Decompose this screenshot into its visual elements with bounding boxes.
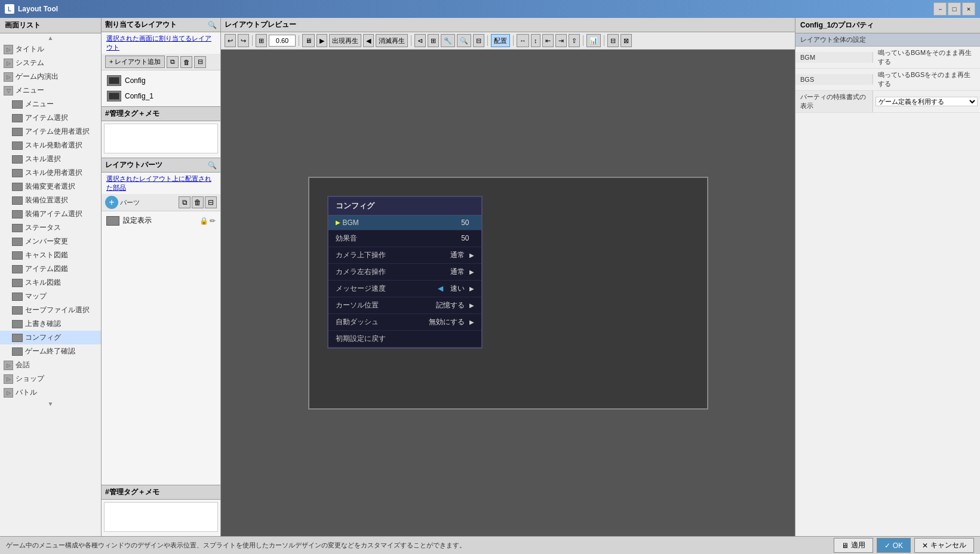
parts-item-settings[interactable]: 設定表示 🔒 ✏: [104, 214, 218, 227]
align-r-button[interactable]: ⇥: [555, 34, 567, 47]
zoom-input[interactable]: 0.60: [269, 35, 296, 47]
export1-button[interactable]: ⊟: [607, 34, 619, 47]
delete-layout-button[interactable]: 🗑: [180, 56, 192, 68]
status-text: ゲーム中のメニュー構成や各種ウィンドウのデザインや表示位置、スプライトを使用した…: [6, 541, 466, 550]
scene-item-item-user[interactable]: アイテム使用者選択: [0, 125, 101, 138]
scene-thumb: [12, 279, 23, 287]
search-icon[interactable]: 🔍: [208, 21, 217, 29]
folder-icon: ▷: [4, 388, 13, 398]
scene-item-overwrite[interactable]: 上書き確認: [0, 317, 101, 331]
export2-button[interactable]: ⊠: [620, 34, 632, 47]
prop-value-party-format[interactable]: ゲーム定義を利用する: [873, 96, 980, 107]
scroll-down[interactable]: ▼: [0, 399, 101, 408]
layout-list: Config Config_1: [102, 70, 220, 106]
align-t-button[interactable]: ⇧: [569, 34, 580, 47]
scene-item-skill-actor[interactable]: スキル発動者選択: [0, 138, 101, 152]
scene-item-map[interactable]: マップ: [0, 290, 101, 303]
arrange-button[interactable]: 配置: [491, 34, 510, 47]
assigned-subtitle[interactable]: 選択された画面に割り当てるレイアウト: [102, 32, 220, 54]
scene-item-skill-user[interactable]: スキル使用者選択: [0, 166, 101, 180]
more-part-button[interactable]: ⊟: [205, 196, 217, 208]
config-row-se[interactable]: 効果音 50: [328, 230, 481, 247]
party-format-select[interactable]: ゲーム定義を利用する: [875, 97, 978, 106]
memo-bottom-input[interactable]: [104, 502, 218, 532]
search-icon[interactable]: 🔍: [208, 161, 217, 170]
config-row-bgm[interactable]: ▶ BGM 50: [328, 216, 481, 230]
window-controls[interactable]: － □ ×: [933, 2, 975, 16]
copy-part-button[interactable]: ⧉: [179, 196, 191, 208]
scene-thumb: [12, 169, 23, 177]
edit-icon[interactable]: ✏: [210, 217, 216, 225]
minimize-button[interactable]: －: [933, 2, 947, 16]
scroll-up[interactable]: ▲: [0, 33, 101, 42]
align-l-button[interactable]: ⇤: [542, 34, 554, 47]
ok-button[interactable]: ✓ OK: [877, 538, 911, 553]
memo-top-content: [102, 121, 220, 158]
config-row-msg-speed[interactable]: メッセージ速度 ◀ 速い ▶: [328, 281, 481, 297]
preview-header: レイアウトプレビュー: [221, 18, 795, 32]
magnify-button[interactable]: 🔍: [457, 34, 471, 47]
undo-button[interactable]: ↩: [225, 34, 236, 47]
more-layout-button[interactable]: ⊟: [194, 56, 206, 68]
scene-item-quit[interactable]: ゲーム終了確認: [0, 344, 101, 358]
separator: [583, 35, 583, 46]
config-row-cam-v[interactable]: カメラ上下操作 通常 ▶: [328, 247, 481, 264]
scene-item-equip-item[interactable]: 装備アイテム選択: [0, 207, 101, 221]
memo-top-input[interactable]: [104, 124, 218, 153]
back-button[interactable]: ◀: [363, 34, 374, 47]
scene-item-equip-pos[interactable]: 装備位置選択: [0, 193, 101, 207]
scene-item-menu[interactable]: メニュー: [0, 97, 101, 111]
maximize-button[interactable]: □: [948, 2, 961, 16]
scene-category-battle[interactable]: ▷ バトル: [0, 386, 101, 399]
delete-part-button[interactable]: 🗑: [192, 196, 204, 208]
apply-button[interactable]: 🖥 適用: [834, 538, 873, 553]
screen-button[interactable]: 🖥: [302, 34, 315, 47]
folder-icon: ▷: [4, 45, 13, 54]
grid-button[interactable]: ⊞: [428, 34, 439, 47]
close-button[interactable]: ×: [962, 2, 975, 16]
guide-button[interactable]: 🔧: [441, 34, 455, 47]
scene-item-cast[interactable]: キャスト図鑑: [0, 248, 101, 262]
layout-item-config1[interactable]: Config_1: [104, 88, 218, 104]
copy-layout-button[interactable]: ⧉: [167, 56, 179, 68]
scene-item-skill-book[interactable]: スキル図鑑: [0, 276, 101, 290]
disappear-button[interactable]: 消滅再生: [376, 34, 408, 47]
appear-button[interactable]: 出現再生: [329, 34, 361, 47]
lock-icon[interactable]: 🔒: [199, 217, 208, 225]
scene-category-dialog[interactable]: ▷ 会話: [0, 358, 101, 372]
scene-category-shop[interactable]: ▷ ショップ: [0, 372, 101, 386]
config-row-reset[interactable]: 初期設定に戻す: [328, 331, 481, 347]
scene-item-save[interactable]: セーブファイル選択: [0, 303, 101, 317]
scene-thumb: [12, 128, 23, 136]
scene-item-status[interactable]: ステータス: [0, 221, 101, 235]
config-row-auto-dash[interactable]: 自動ダッシュ 無効にする ▶: [328, 314, 481, 331]
prop-label-bgm: BGM: [795, 52, 873, 63]
align-h-button[interactable]: ↕: [531, 34, 540, 47]
redo-button[interactable]: ↪: [238, 34, 249, 47]
scene-item-member[interactable]: メンバー変更: [0, 235, 101, 248]
add-layout-button[interactable]: + レイアウト追加: [105, 56, 165, 68]
snap-button[interactable]: ⊟: [473, 34, 484, 47]
fit-button[interactable]: ⊞: [256, 34, 267, 47]
parts-subtitle[interactable]: 選択されたレイアウト上に配置された部品: [102, 173, 220, 194]
scene-item-equip-change[interactable]: 装備変更者選択: [0, 180, 101, 193]
config-row-cursor[interactable]: カーソル位置 記憶する ▶: [328, 297, 481, 314]
chart-button[interactable]: 📊: [586, 34, 601, 47]
separator: [487, 35, 488, 46]
scene-item-skill-select[interactable]: スキル選択: [0, 152, 101, 166]
scene-item-config[interactable]: コンフィグ: [0, 331, 101, 344]
cancel-button[interactable]: ✕ キャンセル: [914, 538, 974, 553]
scene-category-menu[interactable]: ▽ メニュー: [0, 84, 101, 97]
scene-category-ingame[interactable]: ▷ ゲーム内演出: [0, 70, 101, 84]
scene-category-title[interactable]: ▷ タイトル: [0, 42, 101, 56]
config-row-cam-h[interactable]: カメラ左右操作 通常 ▶: [328, 264, 481, 281]
add-part-button[interactable]: +: [105, 196, 118, 209]
scene-item-item-book[interactable]: アイテム図鑑: [0, 262, 101, 276]
scene-item-item-select[interactable]: アイテム選択: [0, 111, 101, 125]
scene-category-system[interactable]: ▷ システム: [0, 56, 101, 70]
prev-button[interactable]: ⊲: [414, 34, 426, 47]
align-v-button[interactable]: ↔: [517, 34, 529, 47]
play-button[interactable]: ▶: [317, 34, 327, 47]
layout-item-config[interactable]: Config: [104, 73, 218, 88]
memo-panel-top: #管理タグ＋メモ: [102, 107, 220, 158]
